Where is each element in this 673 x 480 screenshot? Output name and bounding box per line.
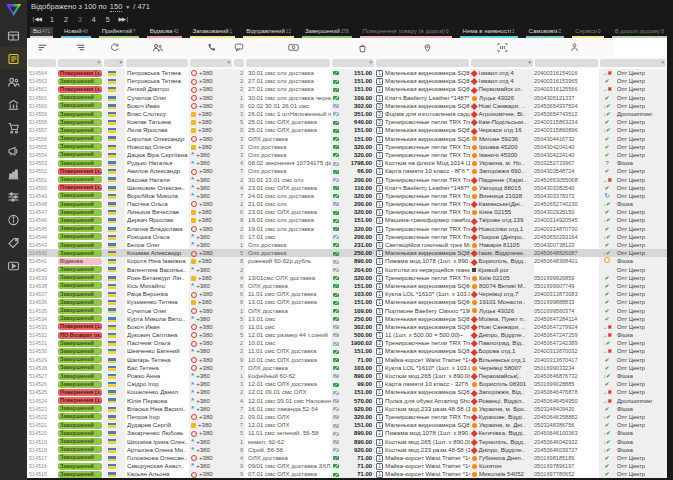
table-row[interactable]: 514537ЗавершенийРаца Вероніка+380611.01 … [27,290,667,298]
table-row[interactable]: 514548ЗавершенийПасічна Ольга+380221.01 … [27,200,667,208]
settings-sliders-icon[interactable] [0,185,27,208]
tab-status[interactable]: Самовивіз2 [526,27,565,38]
contacts-icon[interactable] [0,70,27,93]
table-row[interactable]: 514523ЗавершенийВласюк Ніна Василі..*+38… [27,405,667,413]
table-row[interactable]: 514533Повернення (з..Бокоч Иван+380011.0… [27,323,667,331]
filter-comment[interactable] [245,56,331,69]
table-row[interactable]: 514542ЗавершенийКошмак Александр+3805Олх… [27,249,667,257]
tab-status[interactable]: Сервіси0 [572,27,603,38]
table-row[interactable]: 514536ЗавершенийКузьменко Тетяна+380813.… [27,298,667,306]
tab-status[interactable]: Відправлений12 [243,27,294,38]
filter-partner[interactable]: ▼ [599,56,667,69]
table-row[interactable]: 514541ВідмоваКоротя Ніна Іванівна+3808ро… [27,257,667,265]
table-row[interactable]: 514526ЗавершенийСвідро Ігор*+380312.01 с… [27,380,667,388]
page-5[interactable]: 5 [106,16,110,23]
table-row[interactable]: 514550Повернення (з..Шелковин Олексан..*… [27,184,667,192]
last-page-icon[interactable]: ▶▶❘ [119,16,129,22]
table-row[interactable]: 514562Повернення (з..Легкий Дмитро+38022… [27,85,667,93]
table-row[interactable]: 514532ПО Возврат ок..Дукович Світлана+38… [27,331,667,339]
status-lines-icon[interactable] [27,38,57,56]
table-row[interactable]: 514547ЗавершенийЛиньков Вячеслав+380623.… [27,208,667,216]
tab-status[interactable]: Запакований1 [190,27,236,38]
table-row[interactable]: 514530ЗавершенийШевченко Евгений*+380211… [27,347,667,355]
table-row[interactable]: 514553ЗавершенийРудько Наталья*+380408.0… [27,159,667,167]
tags-icon[interactable] [0,231,27,254]
table-row[interactable]: 514563ЗавершенийПетровська Тетяна+380227… [27,77,667,85]
tab-status[interactable]: Всі471 [30,27,53,38]
page-1[interactable]: 1 [50,16,54,23]
table-row[interactable]: 514564Повернення (з..Петровська Тетяна+3… [27,69,667,77]
page-4[interactable]: 4 [92,16,96,23]
page-3[interactable]: 3 [78,16,82,23]
filter-country[interactable]: ▼ [103,56,125,69]
table-row[interactable]: 514525Повернення (з..Кошеленко Данил*+38… [27,388,667,396]
page-size-select[interactable]: 150 [110,2,123,12]
table-row[interactable]: 514529ЗавершенийШапарь Тетяна+380910.01 … [27,356,667,364]
table-row[interactable]: 514534ЗавершенийКурта Микола Вікто..*+38… [27,315,667,323]
comments-icon[interactable] [233,38,245,56]
table-row[interactable]: 514519ЗавершенийШишкіна Ірина Олек..*+38… [27,437,667,445]
table-row[interactable]: 514555ЗавершенийНовосад Олеся+3803Олх до… [27,143,667,151]
tab-status[interactable]: Відмова42 [147,27,182,38]
dashboard-icon[interactable] [0,24,27,47]
table-row[interactable]: 514551ЗавершенийБасова Наталя*+380230.01… [27,175,667,183]
tracking-barcode-icon[interactable] [470,38,534,56]
table-row[interactable]: 514552Повернення (з..Авилов Александр+38… [27,167,667,175]
location-pin-icon[interactable] [384,38,470,56]
table-row[interactable]: 514544ЗавершенийРокіцька Ольга*+380017.0… [27,233,667,241]
tab-status[interactable]: Новий48 [61,27,91,38]
chevron-down-icon[interactable]: ▼ [125,4,130,10]
tab-status[interactable]: Нема в наявності1 [460,27,518,38]
filter-name[interactable] [125,56,189,69]
table-row[interactable]: 514518ЗавершенийАртюхіна Олена Ми..*+380… [27,446,667,454]
table-row[interactable]: 514517ЗавершенийГоловінова Олексан..+380… [27,454,667,462]
table-row[interactable]: 514515ЗавершенийКасьян Альона+380907.01 … [27,470,667,478]
tab-status[interactable]: Повернення товару (в дорозі)0 [360,27,452,38]
filter-status[interactable]: ▼ [57,56,103,69]
customers-icon[interactable] [125,38,189,56]
table-row[interactable]: 514556ЗавершенийСиротюк Олександр+3803ОЛ… [27,135,667,143]
payment-money-icon[interactable] [245,38,341,56]
marketing-megaphone-icon[interactable] [0,139,27,162]
sales-cart-icon[interactable] [0,116,27,139]
filter-tracking[interactable] [534,56,599,69]
table-row[interactable]: 514561ЗавершенийСучилов Олег+380130.01 с… [27,94,667,102]
partner-person-icon[interactable] [534,38,615,56]
table-row[interactable]: 514516ЗавершенийСкворунская Анаст..*+380… [27,462,667,470]
table-row[interactable]: 514538ЗавершенийКісь Михайло*+3806ОЛХ до… [27,282,667,290]
filter-id[interactable] [27,56,57,69]
filter-product[interactable] [375,56,470,69]
table-row[interactable]: 514522ЗавершенийПетров Ігор+380209.01 см… [27,413,667,421]
table-row[interactable]: 514557ЗавершенийЛила Ярослав+380025.01 с… [27,126,667,134]
table-row[interactable]: 514543ЗавершенийБелов Олег*+3801Олх дост… [27,241,667,249]
substatus-lines-icon[interactable] [57,38,103,56]
first-page-icon[interactable]: ❘◀◀ [31,16,41,22]
table-row[interactable]: 514545ЗавершенийБлагіна Владіслава+38021… [27,225,667,233]
video-tutorial-icon[interactable] [0,254,27,277]
source-globe-icon[interactable] [103,38,125,56]
warehouse-icon[interactable] [0,93,27,116]
tab-status[interactable]: Завершений278 [302,27,352,38]
products-bag-icon[interactable] [341,38,384,56]
tab-status[interactable]: В дорозі додому0 [612,27,667,38]
table-row[interactable]: 514559ЗавершенийВлас Слоткоу+380326.01 с… [27,110,667,118]
filter-price[interactable]: ▼ [331,56,375,69]
table-row[interactable]: 514528ЗавершенийБас Тетяна+3807ОЛХ доста… [27,364,667,372]
table-row[interactable]: 514527ЗавершенийРожко Анна*+3801Кофейный… [27,372,667,380]
table-row[interactable]: 514540ЗавершенийВалентина Васильє..*+380… [27,266,667,274]
tab-status[interactable]: Прийнятий7 [99,27,139,38]
table-row[interactable]: 514549ЗавершенийВоробйов Микола*+380724.… [27,192,667,200]
table-row[interactable]: 514535ЗавершенийСучилов Олег+3801ОЛХ дос… [27,306,667,314]
table-row[interactable]: 514554ЗавершенийДацюк Віра Сергіївна*+38… [27,151,667,159]
filter-calls[interactable] [233,56,245,69]
table-row[interactable]: 514539ЗавершенийРоке-Бетанкурт Лін..+380… [27,274,667,282]
page-2[interactable]: 2 [64,16,68,23]
table-row[interactable]: 514524Повернення (з..Юлія Первова*+38041… [27,397,667,405]
table-row[interactable]: 514531ЗавершенийПасічник Ольга+380210.01… [27,339,667,347]
info-icon[interactable] [0,208,27,231]
table-row[interactable]: 514546ЗавершенийДеркач Ярослав+380819.01… [27,216,667,224]
statistics-chart-icon[interactable] [0,162,27,185]
table-row[interactable]: 514560ЗавершенийБокоч Иван+380002.02 30.… [27,102,667,110]
table-row[interactable]: 514558ЗавершенийКовпак Татьяна+380525.01… [27,118,667,126]
filter-city[interactable]: ▼ [470,56,534,69]
